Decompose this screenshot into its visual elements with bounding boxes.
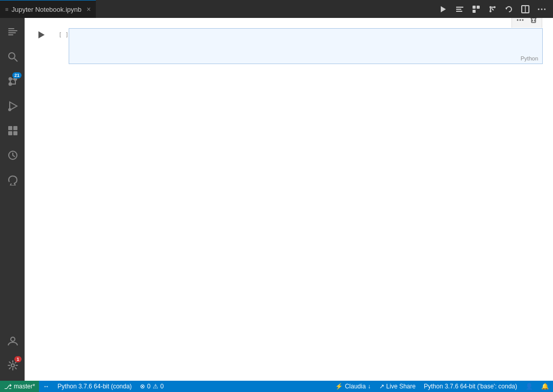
notebook-area[interactable]: [ ] [25,18,553,381]
status-kernel[interactable]: Python 3.7.6 64-bit ('base': conda) [420,381,521,392]
tab-spacer [96,0,432,18]
notebook-toolbar [432,0,553,18]
svg-rect-3 [456,11,462,12]
tab-file-icon: ≡ [5,6,8,12]
svg-rect-21 [8,32,16,33]
status-user[interactable]: ⚡ Claudia ↓ [331,381,375,392]
sidebar-item-extensions[interactable] [0,118,25,143]
status-notifications[interactable]: 🔔 [537,381,553,392]
sidebar-item-settings[interactable]: 1 [0,353,25,378]
status-remote[interactable]: ↔ [39,381,53,392]
svg-point-9 [489,10,491,12]
sidebar-item-remote[interactable] [0,168,25,192]
tab-title: Jupyter Notebook.ipynb [11,6,81,13]
errors-count: 0 [147,383,151,390]
clear-output-button[interactable] [453,3,467,15]
cell-delete-button[interactable] [527,18,540,26]
svg-rect-6 [473,10,476,13]
run-all-button[interactable] [436,3,450,15]
svg-point-42 [522,19,524,21]
python-env-label: Python 3.7.6 64-bit (conda) [57,383,132,390]
sidebar-item-run[interactable] [0,94,25,118]
status-liveshare[interactable]: ↗ Live Share [375,381,420,392]
svg-marker-13 [505,8,507,10]
svg-point-41 [520,19,521,21]
cell-language-tag: Python [521,55,538,61]
warnings-count: 0 [160,383,164,390]
status-errors[interactable]: ⊗ 0 ⚠ 0 [136,381,168,392]
status-branch[interactable]: ⎇ master* [0,381,39,392]
liveshare-icon: ↗ [379,383,384,390]
svg-rect-22 [8,34,13,35]
settings-badge: 1 [14,356,22,362]
svg-point-7 [489,6,491,8]
cell-toolbar [511,18,542,28]
svg-point-23 [9,53,15,59]
svg-point-27 [9,83,12,86]
svg-marker-0 [441,6,446,12]
svg-rect-31 [8,126,12,130]
tab-bar: ≡ Jupyter Notebook.ipynb × [0,0,553,18]
kernel-label: Python 3.7.6 64-bit ('base': conda) [424,383,517,390]
user-name: Claudia [345,383,366,390]
svg-line-24 [14,58,17,61]
svg-rect-19 [8,28,14,29]
layout-button[interactable] [518,3,532,15]
svg-rect-43 [531,18,536,23]
sidebar-item-timeline[interactable] [0,143,25,168]
svg-point-18 [544,8,546,10]
branch-name: master* [14,383,35,390]
more-actions-button[interactable] [535,3,549,15]
sidebar-item-search[interactable] [0,45,25,69]
svg-point-38 [11,364,14,367]
branch-icon: ⎇ [4,383,12,390]
cell-input[interactable] [69,29,542,59]
svg-rect-32 [13,126,17,130]
svg-marker-39 [38,31,45,38]
status-bar: ⎇ master* ↔ Python 3.7.6 64-bit (conda) … [0,381,553,392]
errors-icon: ⊗ [140,383,145,390]
cell-more-button[interactable] [514,18,526,26]
svg-rect-5 [477,6,480,9]
sidebar-item-explorer[interactable] [0,20,25,45]
svg-point-8 [494,6,496,8]
cell-counter: [ ] [48,28,69,38]
svg-point-16 [538,8,540,10]
user-icon: ⚡ [335,383,343,390]
tab-close-button[interactable]: × [87,5,91,13]
svg-rect-2 [456,9,461,10]
scm-badge: 21 [12,72,22,78]
svg-line-12 [491,8,494,10]
main-area: 21 [0,18,553,381]
liveshare-label: Live Share [386,383,416,390]
variables-button[interactable] [469,3,483,15]
svg-point-40 [517,19,519,21]
status-python-env[interactable]: Python 3.7.6 64-bit (conda) [53,381,136,392]
svg-rect-34 [13,131,17,135]
status-feedback[interactable]: 👤 [521,381,537,392]
feedback-icon: 👤 [525,383,533,390]
user-suffix-icon: ↓ [368,383,371,390]
notifications-icon: 🔔 [541,383,549,390]
source-control-button[interactable] [485,3,500,15]
svg-point-17 [541,8,543,10]
sidebar-item-scm[interactable]: 21 [0,69,25,94]
cell-body[interactable]: Python [69,28,543,64]
cell-container: [ ] [25,28,553,64]
activity-bottom: 1 [0,328,25,381]
svg-rect-1 [456,7,463,8]
sidebar-item-account[interactable] [0,328,25,353]
svg-rect-4 [473,6,476,9]
warnings-icon: ⚠ [153,383,158,390]
svg-point-37 [11,337,15,341]
undo-button[interactable] [502,3,516,15]
notebook-tab[interactable]: ≡ Jupyter Notebook.ipynb × [0,0,96,18]
svg-point-25 [9,78,12,80]
activity-bar: 21 [0,18,25,381]
remote-icon: ↔ [43,383,49,390]
svg-point-30 [8,108,11,111]
cell-run-button[interactable] [35,28,48,38]
svg-rect-33 [8,131,12,135]
svg-rect-20 [8,30,17,31]
